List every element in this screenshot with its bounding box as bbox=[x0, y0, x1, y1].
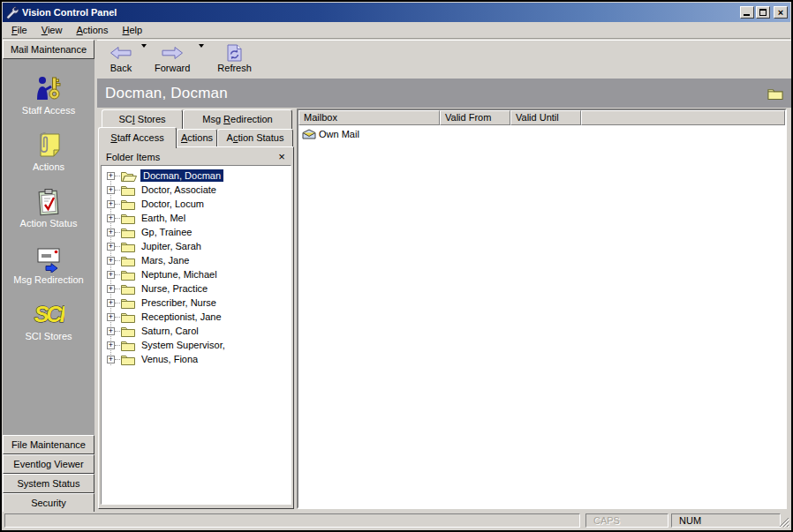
expand-icon[interactable]: + bbox=[107, 172, 115, 180]
folder-items-caption: Folder Items × bbox=[101, 149, 291, 165]
sidebar-item-label: Action Status bbox=[3, 218, 94, 229]
folder-icon bbox=[121, 326, 135, 337]
folder-icon bbox=[121, 340, 135, 351]
tree-item-neptune-michael[interactable]: + Neptune, Michael bbox=[107, 267, 291, 281]
sidebar-group-mail-maintenance[interactable]: Mail Maintenance bbox=[3, 40, 94, 59]
menu-view[interactable]: View bbox=[34, 23, 70, 37]
actions-icon bbox=[3, 126, 94, 160]
tree-item-gp-trainee[interactable]: + Gp, Trainee bbox=[107, 225, 291, 239]
back-button[interactable]: Back bbox=[104, 44, 138, 74]
sidebar-item-staff-access[interactable]: Staff Access bbox=[3, 70, 94, 121]
tree-item-prescriber-nurse[interactable]: + Prescriber, Nurse bbox=[107, 296, 291, 310]
folder-icon bbox=[121, 297, 135, 309]
action-status-icon bbox=[3, 183, 94, 216]
column-header-valid-until[interactable]: Valid Until bbox=[510, 110, 581, 125]
content-header: Docman, Docman bbox=[97, 79, 791, 108]
close-icon: × bbox=[278, 150, 285, 163]
tab-action-status[interactable]: Action Status bbox=[217, 129, 293, 147]
expand-icon[interactable]: + bbox=[107, 341, 115, 349]
tab-msg-redirection[interactable]: Msg Redirection bbox=[183, 109, 292, 129]
expand-icon[interactable]: + bbox=[107, 214, 115, 222]
expand-icon[interactable]: + bbox=[107, 200, 115, 208]
forward-icon bbox=[161, 45, 184, 61]
tree-item-mars-jane[interactable]: + Mars, Jane bbox=[107, 253, 291, 267]
minimize-button[interactable] bbox=[740, 6, 754, 19]
mailbox-list-header: Mailbox Valid From Valid Until bbox=[298, 110, 785, 125]
close-button[interactable]: × bbox=[774, 6, 788, 19]
back-dropdown-button[interactable] bbox=[138, 44, 149, 59]
maximize-button[interactable] bbox=[756, 6, 770, 19]
sidebar-group-system-status[interactable]: System Status bbox=[3, 474, 94, 493]
maximize-icon bbox=[759, 9, 767, 16]
menu-actions[interactable]: Actions bbox=[69, 23, 115, 37]
column-header-blank[interactable] bbox=[581, 110, 785, 125]
tree-item-jupiter-sarah[interactable]: + Jupiter, Sarah bbox=[107, 239, 291, 253]
tree-item-receptionist-jane[interactable]: + Receptionist, Jane bbox=[107, 310, 291, 324]
folder-icon bbox=[121, 283, 135, 295]
menu-file[interactable]: File bbox=[4, 23, 34, 37]
expand-icon[interactable]: + bbox=[107, 313, 115, 321]
folder-icon bbox=[121, 255, 135, 266]
expand-icon[interactable]: + bbox=[107, 299, 115, 307]
expand-icon[interactable]: + bbox=[107, 257, 115, 265]
tree-item-doctor-locum[interactable]: + Doctor, Locum bbox=[107, 197, 291, 211]
folder-items-panel: Folder Items × + Docman, Docman + Doctor… bbox=[98, 146, 294, 509]
vision-control-panel-window: Vision Control Panel × File View Actions… bbox=[0, 0, 793, 532]
column-header-mailbox[interactable]: Mailbox bbox=[298, 110, 440, 125]
refresh-icon bbox=[227, 45, 242, 61]
forward-button[interactable]: Forward bbox=[149, 44, 195, 74]
close-icon: × bbox=[778, 7, 783, 18]
folder-icon bbox=[121, 199, 135, 210]
tree-item-venus-fiona[interactable]: + Venus, Fiona bbox=[107, 352, 291, 366]
forward-dropdown-button[interactable] bbox=[195, 44, 207, 59]
panel-close-button[interactable]: × bbox=[276, 151, 288, 163]
folder-icon bbox=[121, 227, 135, 238]
title-bar[interactable]: Vision Control Panel × bbox=[3, 3, 790, 22]
sidebar-item-label: SCI Stores bbox=[3, 331, 94, 341]
sidebar-group-file-maintenance[interactable]: File Maintenance bbox=[3, 435, 94, 454]
folder-tree: + Docman, Docman + Doctor, Associate + D… bbox=[101, 165, 291, 505]
refresh-button[interactable]: Refresh bbox=[212, 44, 257, 74]
staff-access-icon bbox=[3, 70, 94, 103]
tree-item-doctor-associate[interactable]: + Doctor, Associate bbox=[107, 183, 291, 197]
mailbox-list-panel: Mailbox Valid From Valid Until Own Mail bbox=[297, 109, 787, 509]
tree-item-docman-docman[interactable]: + Docman, Docman bbox=[107, 169, 291, 183]
sidebar-item-actions[interactable]: Actions bbox=[3, 126, 94, 177]
sci-stores-icon: SCI bbox=[3, 296, 94, 329]
svg-text:SCI: SCI bbox=[34, 302, 64, 326]
tab-sci-stores[interactable]: SCI Stores bbox=[102, 109, 183, 129]
expand-icon[interactable]: + bbox=[107, 186, 115, 194]
toolbar: Back Forward Refresh bbox=[97, 40, 791, 79]
tree-item-earth-mel[interactable]: + Earth, Mel bbox=[107, 211, 291, 225]
expand-icon[interactable]: + bbox=[107, 327, 115, 335]
expand-icon[interactable]: + bbox=[107, 285, 115, 293]
folder-icon bbox=[121, 184, 135, 196]
sidebar-group-eventlog-viewer[interactable]: Eventlog Viewer bbox=[3, 454, 94, 474]
tree-item-system-supervisor[interactable]: + System Supervisor, bbox=[107, 338, 291, 352]
folder-icon bbox=[121, 269, 135, 281]
folder-icon bbox=[121, 241, 135, 252]
mailbox-icon bbox=[302, 129, 316, 139]
sidebar-item-sci-stores[interactable]: SCI SCI Stores bbox=[3, 296, 94, 347]
expand-icon[interactable]: + bbox=[107, 229, 115, 236]
open-folder-icon bbox=[121, 170, 137, 182]
expand-icon[interactable]: + bbox=[107, 243, 115, 251]
list-item-own-mail[interactable]: Own Mail bbox=[302, 129, 785, 139]
column-header-valid-from[interactable]: Valid From bbox=[440, 110, 510, 125]
sidebar: Mail Maintenance Staff Access bbox=[3, 40, 94, 512]
folder-icon bbox=[121, 213, 135, 224]
sidebar-group-security[interactable]: Security bbox=[3, 493, 94, 513]
sidebar-item-msg-redirection[interactable]: Msg Redirection bbox=[3, 239, 94, 290]
tree-item-nurse-practice[interactable]: + Nurse, Practice bbox=[107, 281, 291, 296]
menu-help[interactable]: Help bbox=[116, 23, 150, 37]
tree-item-saturn-carol[interactable]: + Saturn, Carol bbox=[107, 324, 291, 338]
folder-items-title: Folder Items bbox=[106, 152, 276, 162]
expand-icon[interactable]: + bbox=[107, 271, 115, 279]
tab-actions[interactable]: Actions bbox=[177, 129, 217, 147]
expand-icon[interactable]: + bbox=[107, 356, 115, 363]
msg-redirection-icon bbox=[3, 239, 94, 273]
tab-staff-access[interactable]: Staff Access bbox=[98, 127, 177, 148]
resize-grip[interactable] bbox=[778, 516, 789, 528]
sidebar-item-label: Actions bbox=[3, 161, 94, 172]
sidebar-item-action-status[interactable]: Action Status bbox=[3, 183, 94, 234]
